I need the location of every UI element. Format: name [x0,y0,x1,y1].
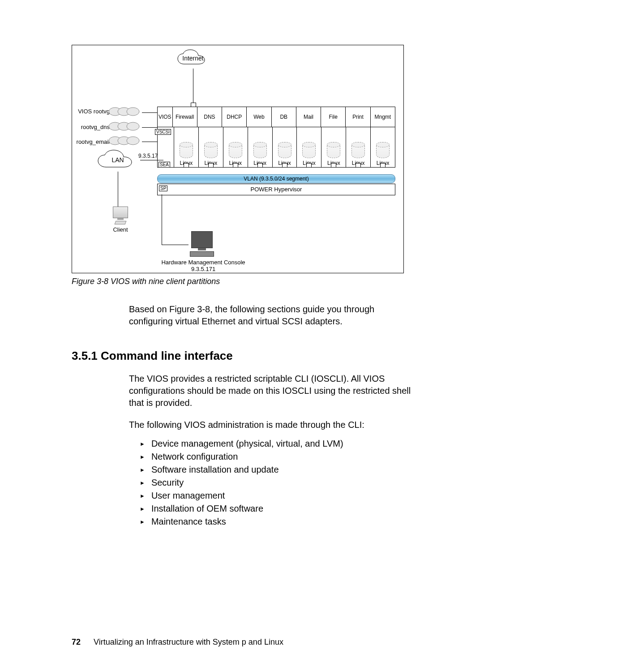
port [331,163,336,168]
partition-header: Mail [296,107,321,127]
lan-ip-label: 9.3.5.17 [138,153,158,159]
line [142,127,157,128]
partition-header: File [321,107,346,127]
section-heading: 3.5.1 Command line interface [72,349,562,363]
linux-cell: Linux [297,127,321,167]
list-item: User management [140,489,562,502]
port [257,163,263,168]
port [233,163,238,168]
list-item: Software installation and update [140,463,562,476]
list-item: Network configuration [140,450,562,463]
virtual-disk-icon [302,142,316,158]
virtual-disk-icon [253,142,267,158]
paragraph-3: The following VIOS administration is mad… [129,419,416,431]
port [356,163,361,168]
linux-cell: Linux [248,127,273,167]
partition-header: VIOS [158,107,173,127]
line [193,69,193,107]
port [282,163,287,168]
disk-group-1 [107,106,143,121]
lan-cloud: LAN [95,149,140,172]
virtual-disk-icon [204,142,218,158]
partition-header: Web [247,107,271,127]
svg-point-8 [127,137,139,145]
hmc-label-1: Hardware Management Console [156,259,250,266]
virtual-disk-icon [351,142,365,158]
list-item: Device management (physical, virtual, an… [140,437,562,450]
list-item: Maintenance tasks [140,515,562,528]
cli-admin-list: Device management (physical, virtual, an… [129,437,562,528]
port [184,163,189,168]
list-item: Security [140,476,562,489]
linux-cell: Linux [199,127,223,167]
sea-tag: SEA [158,162,170,168]
page-number: 72 [72,638,81,646]
virtual-disk-icon [376,142,390,158]
disk-group-2 [107,121,143,136]
vlan-bar: VLAN (9.3.5.0/24 segment) [157,174,395,183]
port [208,163,214,168]
svg-point-2 [127,108,139,116]
disk-icon [107,135,143,148]
rootvg-dns-label: rootvg_dns [69,124,110,130]
client-pc-icon: Client [107,207,134,233]
line [142,112,157,113]
hmc-icon [184,231,220,257]
virtual-disk-icon [327,142,340,158]
partition-header: DB [272,107,296,127]
hypervisor-bar: POWER Hypervisor [157,184,395,195]
disk-group-3 [107,135,143,150]
internet-label: Internet [182,55,203,62]
disk-icon [107,106,143,119]
port [306,163,312,168]
line [118,172,118,207]
book-title: Virtualizing an Infrastructure with Syst… [94,638,283,646]
linux-cell: Linux [371,127,395,167]
vios-rootvg-label: VIOS rootvg [69,108,110,115]
rootvg-email-label: rootvg_email [69,138,110,145]
line [162,194,162,245]
linux-cell: Linux [223,127,248,167]
linux-cell: Linux [273,127,297,167]
linux-cell: Linux [321,127,346,167]
virtual-disk-icon [229,142,242,158]
partition-header: DNS [197,107,222,127]
partition-header: DHCP [222,107,247,127]
line [142,142,157,142]
figure-caption: Figure 3-8 VIOS with nine client partiti… [72,277,562,286]
partition-header: Firewall [173,107,197,127]
figure-diagram: Internet LAN 9.3.5.17 VIOS rootvg rootvg… [72,45,404,273]
hmc-label-2: 9.3.5.171 [156,266,250,272]
lan-label: LAN [111,157,124,164]
linux-cell: Linux [346,127,371,167]
page: Internet LAN 9.3.5.17 VIOS rootvg rootvg… [0,0,634,672]
virtual-disk-icon [180,142,193,158]
partition-header: Print [346,107,370,127]
intro-paragraph: Based on Figure 3-8, the following secti… [129,303,407,327]
partition-header: Mngmt [371,107,395,127]
partition-linux-row: VSCSI SEA Linux Linux Linux Linux Linux … [157,127,395,168]
list-item: Installation of OEM software [140,502,562,515]
port [380,163,386,168]
disk-icon [107,121,143,134]
linux-cell: Linux [174,127,199,167]
vios-cell: VSCSI SEA [158,127,174,167]
virtual-disk-icon [278,142,291,158]
partition-header-row: VIOS Firewall DNS DHCP Web DB Mail File … [157,107,395,127]
internet-cloud: Internet [175,49,211,69]
sp-tag: SP [159,185,167,191]
page-footer: 72 Virtualizing an Infrastructure with S… [72,638,283,647]
svg-point-5 [127,122,139,130]
client-label: Client [107,226,134,233]
vscsi-tag: VSCSI [155,129,171,135]
paragraph-2: The VIOS provides a restricted scriptabl… [129,373,416,409]
